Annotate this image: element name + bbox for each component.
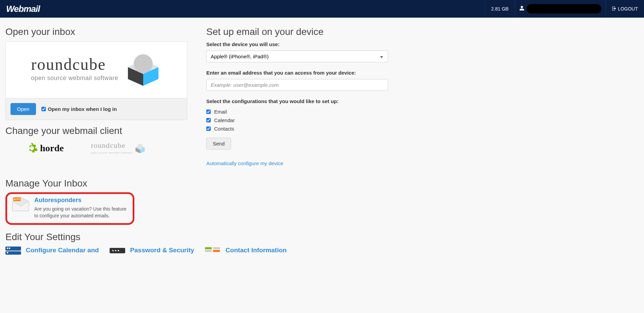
password-link[interactable]: Password & Security — [130, 247, 194, 254]
config-checkbox-contacts[interactable] — [206, 126, 211, 131]
settings-grid: Configure Calendar and Password & Securi… — [5, 247, 187, 255]
main-container: Open your inbox roundcube open source we… — [0, 18, 394, 258]
right-column: Set up email on your device Select the d… — [206, 21, 388, 255]
auto-configure-link[interactable]: Automatically configure my device — [206, 160, 283, 166]
send-button[interactable]: Send — [206, 138, 231, 150]
user-icon — [519, 5, 525, 12]
client-option-roundcube[interactable]: roundcube open source webmail software — [91, 142, 146, 154]
autoresponders-row: AUTO Autoresponders Are you going on vac… — [5, 192, 134, 225]
device-select-label: Select the device you will use: — [206, 41, 388, 47]
email-input-label: Enter an email address that you can acce… — [206, 70, 388, 76]
edit-settings-heading: Edit Your Settings — [5, 232, 187, 242]
svg-rect-15 — [7, 252, 8, 253]
send-row: Send — [206, 138, 388, 150]
left-column: Open your inbox roundcube open source we… — [5, 21, 187, 255]
config-checkbox-calendar[interactable] — [206, 118, 211, 122]
svg-rect-12 — [7, 248, 8, 249]
autoresponders-icon: AUTO — [12, 197, 30, 212]
config-row-contacts[interactable]: Contacts — [206, 124, 388, 133]
auto-open-row[interactable]: Open my inbox when I log in — [41, 106, 117, 112]
autoresponders-link[interactable]: Autoresponders — [34, 197, 128, 204]
inbox-card-body: roundcube open source webmail software — [6, 42, 187, 98]
auto-open-checkbox[interactable] — [41, 107, 46, 111]
horde-label: horde — [40, 143, 64, 154]
calendar-icon — [5, 247, 21, 255]
config-row-calendar[interactable]: Calendar — [206, 116, 388, 124]
top-header: Webmail 2.81 GB LOGOUT — [0, 0, 644, 18]
roundcube-small-tagline: open source webmail software — [91, 151, 132, 154]
config-label-calendar: Calendar — [214, 117, 235, 123]
open-inbox-button[interactable]: Open — [11, 103, 36, 115]
client-options: horde roundcube open source webmail soft… — [5, 142, 187, 154]
roundcube-text: roundcube open source webmail software — [31, 56, 118, 82]
logout-button[interactable]: LOGOUT — [605, 0, 644, 18]
roundcube-small-name: roundcube — [91, 142, 126, 149]
config-checkbox-email[interactable] — [206, 110, 211, 114]
gear-icon — [26, 142, 38, 154]
config-list: Email Calendar Contacts — [206, 107, 388, 133]
client-option-horde[interactable]: horde — [26, 142, 64, 154]
inbox-card: roundcube open source webmail software O… — [5, 41, 187, 120]
svg-point-19 — [118, 250, 119, 251]
auto-open-label: Open my inbox when I log in — [48, 106, 117, 112]
email-input[interactable] — [206, 79, 388, 91]
config-label-contacts: Contacts — [214, 126, 234, 132]
webmail-logo: Webmail — [6, 4, 40, 14]
device-setup-heading: Set up email on your device — [206, 26, 388, 37]
user-menu[interactable] — [515, 0, 605, 18]
roundcube-name: roundcube — [31, 56, 106, 73]
header-right: 2.81 GB LOGOUT — [485, 0, 644, 18]
logout-icon — [612, 6, 617, 12]
autoresponders-text: Autoresponders Are you going on vacation… — [34, 197, 128, 219]
config-row-email[interactable]: Email — [206, 107, 388, 116]
roundcube-logo-icon — [125, 52, 162, 86]
config-label: Select the configurations that you would… — [206, 98, 388, 104]
manage-inbox-heading: Manage Your Inbox — [5, 178, 187, 189]
svg-rect-16 — [110, 248, 125, 253]
autoresponders-desc: Are you going on vacation? Use this feat… — [34, 206, 128, 219]
user-email-redacted — [527, 4, 601, 14]
svg-text:AUTO: AUTO — [14, 198, 20, 200]
password-icon — [110, 247, 125, 255]
calendar-link[interactable]: Configure Calendar and — [26, 247, 99, 254]
svg-rect-13 — [9, 248, 10, 249]
config-label-email: Email — [214, 109, 227, 115]
svg-point-18 — [115, 250, 116, 251]
inbox-card-footer: Open Open my inbox when I log in — [6, 98, 187, 120]
settings-item-password: Password & Security — [110, 247, 194, 255]
roundcube-small-icon — [134, 143, 146, 153]
svg-point-6 — [137, 144, 143, 150]
svg-point-3 — [134, 54, 153, 73]
storage-usage[interactable]: 2.81 GB — [485, 0, 515, 18]
open-inbox-heading: Open your inbox — [5, 26, 187, 37]
roundcube-tagline: open source webmail software — [31, 75, 118, 82]
settings-item-calendar: Configure Calendar and — [5, 247, 99, 255]
device-select[interactable]: Apple® (iPhone®, iPad®) — [206, 51, 388, 62]
svg-point-17 — [112, 250, 114, 251]
change-client-heading: Change your webmail client — [5, 125, 187, 136]
logout-label: LOGOUT — [618, 6, 638, 12]
